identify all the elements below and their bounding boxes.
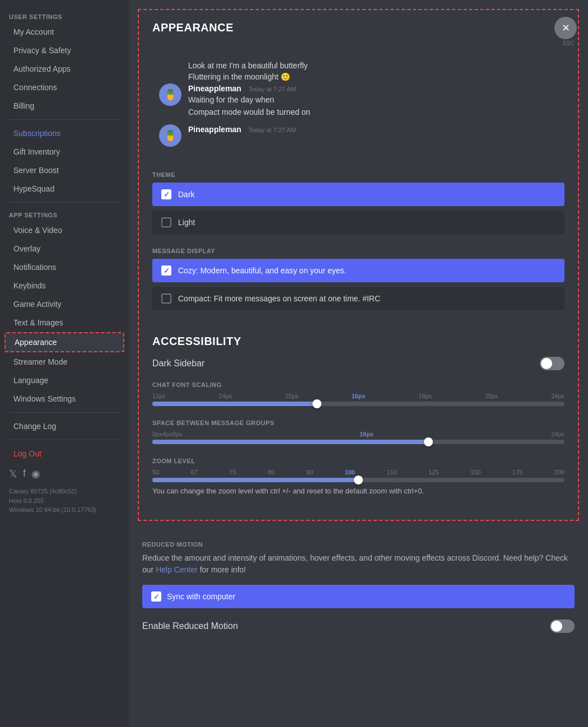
zoom-slider-fill	[152, 478, 358, 482]
avatar-1: 🍍	[159, 83, 181, 106]
instagram-icon[interactable]: ◉	[31, 468, 40, 480]
appearance-highlighted-section: APPEARANCE Look at me I'm a beautiful bu…	[138, 9, 579, 521]
dark-sidebar-label: Dark Sidebar	[152, 358, 204, 369]
enable-reduced-toggle[interactable]	[550, 619, 575, 633]
sidebar-item-notifications[interactable]: Notifications	[4, 258, 124, 276]
message-timestamp-2: Today at 7:27 AM	[248, 127, 296, 133]
twitter-icon[interactable]: 𝕏	[9, 468, 17, 480]
message-display-label: MESSAGE DISPLAY	[152, 248, 564, 254]
sidebar-item-log-out[interactable]: Log Out	[4, 445, 124, 463]
theme-dark[interactable]: Dark	[152, 183, 564, 206]
display-cozy[interactable]: Cozy: Modern, beautiful, and easy on you…	[152, 259, 564, 282]
theme-dark-checkbox	[161, 189, 171, 199]
accessibility-section: ACCESSIBILITY Dark Sidebar CHAT FONT SCA…	[139, 335, 578, 520]
message-item-1: 🍍 Pineappleman Today at 7:27 AM Waiting …	[159, 83, 558, 118]
sync-with-computer-row[interactable]: Sync with computer	[142, 585, 575, 608]
display-cozy-checkbox	[161, 265, 171, 276]
main-content: ✕ ESC APPEARANCE Look at me I'm a beauti…	[129, 0, 588, 727]
theme-light[interactable]: Light	[152, 211, 564, 234]
sidebar-item-overlay[interactable]: Overlay	[4, 240, 124, 258]
reduced-motion-desc: Reduce the amount and intensity of anima…	[142, 552, 575, 576]
message-text-continuation-2: Fluttering in the moonlight 🙂	[159, 72, 558, 81]
reduced-motion-heading: REDUCED MOTION	[142, 541, 575, 548]
zoom-slider-track[interactable]	[152, 478, 564, 482]
sidebar-item-game-activity[interactable]: Game Activity	[4, 295, 124, 313]
display-options: Cozy: Modern, beautiful, and easy on you…	[152, 259, 564, 310]
message-author-2: Pineappleman	[188, 125, 241, 134]
chat-font-slider-thumb[interactable]	[312, 399, 321, 408]
sidebar-divider-2	[9, 202, 120, 203]
chat-font-slider-track[interactable]	[152, 402, 564, 406]
message-content-2: Pineappleman Today at 7:27 AM	[188, 124, 558, 147]
sidebar-item-subscriptions[interactable]: Subscriptions	[4, 124, 124, 142]
display-compact[interactable]: Compact: Fit more messages on screen at …	[152, 287, 564, 310]
sidebar-item-streamer-mode[interactable]: Streamer Mode	[4, 353, 124, 371]
message-text-continuation-1: Look at me I'm a beautiful butterfly	[159, 61, 558, 70]
sidebar-item-text-images[interactable]: Text & Images	[4, 314, 124, 332]
sidebar-item-authorized-apps[interactable]: Authorized Apps	[4, 60, 124, 78]
sidebar-item-windows-settings[interactable]: Windows Settings	[4, 390, 124, 408]
reduced-motion-section: REDUCED MOTION Reduce the amount and int…	[129, 530, 588, 644]
space-between-label: SPACE BETWEEN MESSAGE GROUPS	[152, 420, 564, 426]
display-compact-checkbox	[161, 293, 171, 304]
sidebar-divider-3	[9, 412, 120, 413]
sidebar-item-privacy-safety[interactable]: Privacy & Safety	[4, 41, 124, 59]
zoom-level-section: ZOOM LEVEL 50 67 75 80 90 100 110 125 15…	[152, 458, 564, 495]
accessibility-heading: ACCESSIBILITY	[152, 335, 564, 348]
dark-sidebar-toggle-knob	[541, 358, 552, 369]
message-text-1: Waiting for the day when	[188, 95, 558, 106]
user-settings-label: USER SETTINGS	[0, 9, 129, 22]
facebook-icon[interactable]: f	[23, 468, 26, 480]
theme-light-label: Light	[178, 218, 195, 227]
sidebar-item-server-boost[interactable]: Server Boost	[4, 161, 124, 179]
avatar-2: 🍍	[159, 124, 181, 147]
space-between-slider-fill	[152, 440, 428, 444]
chat-font-ticks-labels: 12px 14px 15px 16px 18px 20px 24px	[152, 393, 564, 399]
sidebar-divider-1	[9, 119, 120, 120]
help-center-link[interactable]: Help Center	[156, 565, 198, 574]
enable-reduced-label: Enable Reduced Motion	[142, 621, 238, 631]
sidebar-item-my-account[interactable]: My Account	[4, 23, 124, 41]
space-between-slider-thumb[interactable]	[424, 437, 433, 446]
sidebar-item-billing[interactable]: Billing	[4, 97, 124, 115]
sidebar-item-language[interactable]: Language	[4, 371, 124, 389]
space-between-section: SPACE BETWEEN MESSAGE GROUPS 0px 4px 8px…	[152, 420, 564, 444]
social-links: 𝕏 f ◉	[0, 463, 129, 484]
display-cozy-label: Cozy: Modern, beautiful, and easy on you…	[178, 266, 346, 275]
message-text-1b: Compact mode would be turned on	[188, 107, 558, 118]
sidebar: USER SETTINGS My Account Privacy & Safet…	[0, 0, 129, 727]
sidebar-item-keybinds[interactable]: Keybinds	[4, 277, 124, 295]
sidebar-item-change-log[interactable]: Change Log	[4, 417, 124, 435]
space-between-ticks-labels: 0px 4px 8px 16px 24px	[152, 431, 564, 437]
theme-light-checkbox	[161, 217, 171, 227]
esc-label: ESC	[563, 40, 575, 46]
space-between-slider-track[interactable]	[152, 440, 564, 444]
chat-font-slider-fill	[152, 402, 317, 406]
sync-checkbox	[151, 591, 161, 602]
message-preview-area: Look at me I'm a beautiful butterfly Flu…	[139, 43, 578, 335]
sidebar-divider-4	[9, 440, 120, 440]
version-info: Canary 80725 (4c80c52) Host 0.0.255 Wind…	[0, 484, 129, 517]
sidebar-item-gift-inventory[interactable]: Gift Inventory	[4, 143, 124, 161]
chat-font-scaling-section: CHAT FONT SCALING 12px 14px 15px 16px 18…	[152, 381, 564, 406]
enable-reduced-toggle-knob	[551, 621, 562, 632]
chat-font-label: CHAT FONT SCALING	[152, 381, 564, 388]
dark-sidebar-toggle[interactable]	[540, 357, 564, 370]
message-item-2: 🍍 Pineappleman Today at 7:27 AM	[159, 124, 558, 147]
zoom-level-label: ZOOM LEVEL	[152, 458, 564, 464]
theme-options: Dark Light	[152, 183, 564, 234]
theme-dark-label: Dark	[178, 190, 195, 199]
sidebar-item-appearance[interactable]: Appearance	[4, 332, 124, 352]
dark-sidebar-row: Dark Sidebar	[152, 357, 564, 370]
enable-reduced-motion-row: Enable Reduced Motion	[142, 619, 575, 633]
app-settings-label: APP SETTINGS	[0, 207, 129, 221]
esc-button[interactable]: ✕	[554, 17, 577, 39]
sidebar-item-connections[interactable]: Connections	[4, 78, 124, 96]
sidebar-item-voice-video[interactable]: Voice & Video	[4, 221, 124, 239]
zoom-ticks-labels: 50 67 75 80 90 100 110 125 150 175 200	[152, 469, 564, 476]
sidebar-item-hypesquad[interactable]: HypeSquad	[4, 180, 124, 198]
close-icon: ✕	[562, 23, 570, 33]
message-timestamp-1: Today at 7:27 AM	[248, 86, 296, 92]
display-compact-label: Compact: Fit more messages on screen at …	[178, 294, 380, 303]
zoom-slider-thumb[interactable]	[354, 476, 363, 484]
